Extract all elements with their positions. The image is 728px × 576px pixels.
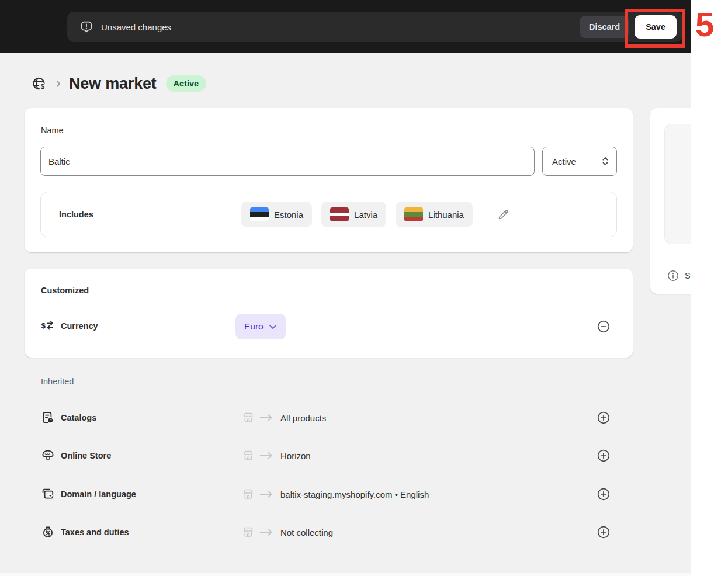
market-details-card: Name Active Includes [25,108,633,252]
latvia-flag-icon [330,207,349,221]
inherited-row-label: Domain / language [61,490,136,499]
country-chip-label: Estonia [274,210,303,220]
pencil-icon[interactable] [497,208,510,221]
market-summary-card: S [650,108,691,294]
inherited-section-title: Inherited [41,377,74,386]
inherited-row-online-store: Online Store Horizon [0,442,691,470]
store-icon [242,488,255,501]
plus-circle-icon[interactable] [597,525,611,539]
customized-title: Customized [41,286,89,295]
info-circle-icon [667,269,680,282]
country-chip-label: Lithuania [428,210,464,220]
store-icon [242,449,255,462]
taxes-duties-icon [41,525,55,539]
market-status-select[interactable]: Active [542,147,617,176]
arrow-right-icon [259,490,274,499]
storefront-icon [41,449,55,463]
inherited-row-label: Catalogs [61,413,96,422]
country-chip-lithuania: Lithuania [396,202,473,227]
catalogs-icon [41,411,55,425]
country-chip-latvia: Latvia [321,202,386,227]
market-status-value: Active [552,157,576,166]
status-badge: Active [166,75,207,92]
lithuania-flag-icon [404,207,423,221]
estonia-flag-icon [250,207,269,221]
inherited-row-taxes-duties: Taxes and duties Not collecting [0,518,691,546]
arrow-right-icon [259,451,274,460]
screenshot-stage: Unsaved changes Discard Save $ [0,0,728,576]
page-title: New market [69,75,157,93]
market-name-input[interactable] [40,147,535,176]
svg-text:$: $ [41,82,45,89]
inherited-row-value: All products [280,413,326,423]
unsaved-changes-message: Unsaved changes [101,22,171,32]
inherited-row-label: Online Store [61,451,111,460]
annotation-step-number: 5 [695,8,714,41]
inherited-row-catalogs: Catalogs All products [0,404,691,432]
chevron-down-icon [269,324,277,329]
currency-value-dropdown[interactable]: Euro [235,314,286,339]
plus-circle-icon[interactable] [597,449,611,463]
summary-info-text: S [685,271,691,280]
includes-section: Includes Estonia [40,192,617,237]
chevron-right-icon [54,79,63,88]
inherited-row-value: baltix-staging.myshopify.com • English [280,490,429,499]
country-chip-label: Latvia [354,210,377,220]
bottom-edge-strip [0,573,691,576]
page-header: $ New market Active [32,71,206,96]
market-map-placeholder [664,124,691,244]
store-icon [242,411,255,424]
name-field-label: Name [41,126,64,135]
minus-circle-icon[interactable] [597,320,611,334]
currency-row-label: Currency [61,321,98,331]
arrow-right-icon [259,413,274,422]
markets-globe-dollar-icon[interactable]: $ [32,76,47,92]
inherited-row-value: Horizon [280,451,311,461]
currency-exchange-icon: $ [41,318,55,335]
summary-info-line: S [667,269,691,282]
customized-card: Customized $ Currency Euro [25,269,633,358]
currency-value: Euro [244,321,264,332]
domain-language-icon [41,487,55,501]
store-icon [242,526,255,539]
unsaved-changes-pill: Unsaved changes Discard Save [67,12,682,42]
inherited-row-label: Taxes and duties [61,528,129,537]
contextual-save-bar: Unsaved changes Discard Save [0,0,691,53]
shopify-admin-app: Unsaved changes Discard Save $ [0,0,691,576]
country-chip-list: Estonia Latvia [241,202,510,227]
annotation-highlight-box [625,9,685,48]
plus-circle-icon[interactable] [597,411,611,425]
inherited-row-domain-language: Domain / language baltix-staging.myshopi… [0,480,691,508]
discard-button[interactable]: Discard [580,16,629,38]
arrow-right-icon [259,528,274,537]
includes-label: Includes [59,210,93,219]
updown-chevrons-icon [601,155,610,167]
plus-circle-icon[interactable] [597,487,611,501]
svg-text:$: $ [41,321,46,330]
inherited-row-value: Not collecting [280,528,333,537]
alert-bubble-icon [79,20,93,34]
country-chip-estonia: Estonia [241,202,312,227]
